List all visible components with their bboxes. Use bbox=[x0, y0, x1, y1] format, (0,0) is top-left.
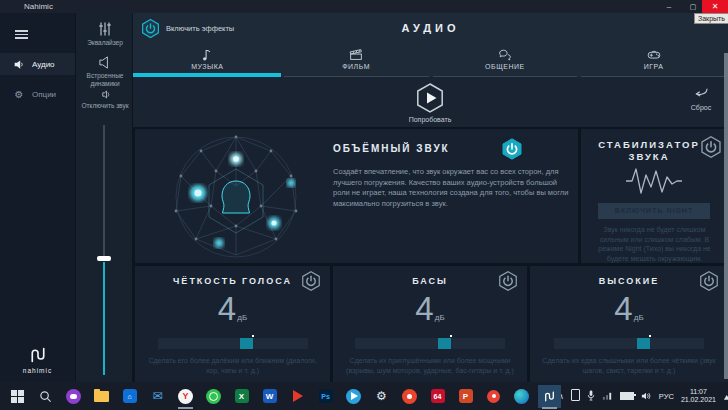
treble-description: Сделать их едва слышными или более чётки… bbox=[540, 356, 718, 380]
volume-slider-handle[interactable] bbox=[97, 256, 111, 261]
nav-sidebar: Аудио ⚙ Опции nahimic bbox=[0, 13, 75, 382]
volume-slider-fill bbox=[103, 262, 105, 375]
excel-icon[interactable]: X bbox=[233, 388, 250, 405]
bass-value: 4дБ bbox=[333, 290, 527, 328]
tab-label: ИГРА bbox=[644, 63, 664, 70]
edge-icon[interactable] bbox=[513, 388, 530, 405]
demo-row: Попробовать Сброс bbox=[133, 77, 728, 127]
menu-icon[interactable] bbox=[15, 30, 28, 39]
surround-power-button[interactable] bbox=[500, 137, 524, 161]
sidebar-item-audio[interactable]: Аудио bbox=[0, 53, 75, 75]
treble-slider-handle[interactable] bbox=[637, 338, 650, 349]
speaker-icon bbox=[13, 59, 25, 70]
mute-button[interactable]: Отключить звук bbox=[76, 89, 134, 110]
whatsapp-icon[interactable] bbox=[205, 388, 222, 405]
clock[interactable]: 11:07 21.02.2021 bbox=[681, 388, 716, 405]
voice-slider-handle[interactable] bbox=[240, 338, 253, 349]
voice-value-number: 4 bbox=[218, 290, 236, 327]
microphone-icon[interactable] bbox=[587, 387, 595, 405]
search-icon[interactable] bbox=[37, 388, 54, 405]
voice-description: Сделать его более далёким или ближним (д… bbox=[145, 356, 320, 380]
voice-panel: ЧЁТКОСТЬ ГОЛОСА 4дБ Сделать его более да… bbox=[135, 266, 330, 382]
taskbar: ⌂ ✉ Y X W Ps ⚙ 64 P ∧ bbox=[0, 382, 728, 410]
bass-value-number: 4 bbox=[415, 290, 433, 327]
stabilizer-description: Звук никогда не будет слишком сильным ил… bbox=[589, 225, 720, 263]
logo-text: nahimic bbox=[0, 367, 75, 374]
effects-content: ОБЪЁМНЫЙ ЗВУК Создаёт впечатление, что з… bbox=[133, 127, 728, 382]
network-icon[interactable] bbox=[602, 387, 613, 405]
language-indicator[interactable]: РУС bbox=[659, 392, 674, 401]
yandex-browser-icon[interactable]: Y bbox=[177, 388, 194, 405]
stabilizer-power-button[interactable] bbox=[699, 135, 723, 159]
voice-slider[interactable] bbox=[158, 338, 308, 349]
nahimic-taskbar-icon[interactable] bbox=[541, 388, 558, 405]
equalizer-icon bbox=[97, 31, 113, 38]
browser-app-icon[interactable] bbox=[401, 388, 418, 405]
tab-music[interactable]: МУЗЫКА bbox=[133, 45, 282, 77]
app-64-icon[interactable]: 64 bbox=[429, 388, 446, 405]
bass-description: Сделать их приглушёнными или более мощны… bbox=[343, 356, 517, 380]
undo-arrow-icon bbox=[693, 87, 709, 99]
treble-value-number: 4 bbox=[614, 290, 632, 327]
main-header: Включить эффекты АУДИО bbox=[133, 13, 728, 45]
volume-icon[interactable] bbox=[641, 387, 652, 405]
reset-button[interactable]: Сброс bbox=[681, 85, 721, 111]
battery-icon[interactable] bbox=[620, 392, 634, 400]
speakers-icon bbox=[98, 64, 113, 71]
system-tray: ∧ РУС 11:07 21.02.2021 bbox=[558, 387, 728, 405]
music-note-icon bbox=[200, 47, 215, 62]
scrollbar[interactable] bbox=[724, 53, 728, 379]
store-icon[interactable]: ⌂ bbox=[121, 388, 138, 405]
tab-game[interactable]: ИГРА bbox=[579, 45, 728, 77]
play-icon bbox=[427, 93, 437, 104]
cellular-icon[interactable] bbox=[723, 387, 728, 405]
bass-panel: БАСЫ 4дБ Сделать их приглушёнными или бо… bbox=[333, 266, 527, 382]
tab-label: МУЗЫКА bbox=[191, 63, 223, 70]
try-play-button[interactable] bbox=[414, 82, 446, 118]
sidebar-item-options[interactable]: ⚙ Опции bbox=[0, 83, 75, 105]
mute-label: Отключить звук bbox=[76, 102, 134, 110]
photoshop-icon[interactable]: Ps bbox=[317, 388, 334, 405]
stabilizer-title: СТАБИЛИЗАТОР ЗВУКА bbox=[591, 139, 707, 163]
cloud-app-icon[interactable] bbox=[65, 388, 82, 405]
tab-movie[interactable]: ФИЛЬМ bbox=[282, 45, 431, 77]
your-phone-icon[interactable] bbox=[571, 387, 580, 405]
tray-time: 11:07 bbox=[681, 388, 716, 397]
maps-pin-icon[interactable] bbox=[485, 388, 502, 405]
equalizer-button[interactable]: Эквалайзер bbox=[76, 21, 134, 47]
treble-value: 4дБ bbox=[530, 290, 728, 328]
tab-label: ФИЛЬМ bbox=[342, 63, 370, 70]
tray-date: 21.02.2021 bbox=[681, 396, 716, 405]
start-button[interactable] bbox=[9, 388, 26, 405]
minimize-button[interactable]: – bbox=[656, 0, 682, 13]
word-icon[interactable]: W bbox=[261, 388, 278, 405]
nahimic-logo-icon bbox=[27, 346, 49, 364]
mail-icon[interactable]: ✉ bbox=[149, 388, 166, 405]
volume-slider-track[interactable] bbox=[103, 125, 105, 256]
file-explorer-icon[interactable] bbox=[93, 388, 110, 405]
treble-value-unit: дБ bbox=[634, 313, 644, 322]
enable-night-button[interactable]: ВКЛЮЧИТЬ NIGHT bbox=[598, 203, 710, 219]
powerpoint-icon[interactable]: P bbox=[457, 388, 474, 405]
window-title: Nahimic bbox=[24, 2, 53, 11]
treble-slider[interactable] bbox=[554, 338, 704, 349]
main-area: Включить эффекты АУДИО МУЗЫКА ФИЛЬМ bbox=[133, 13, 728, 382]
tab-bar: МУЗЫКА ФИЛЬМ ОБЩЕНИЕ bbox=[133, 45, 728, 77]
close-tooltip: Закрыть bbox=[694, 13, 728, 24]
waveform-icon bbox=[624, 165, 684, 197]
try-label: Попробовать bbox=[370, 116, 490, 123]
clapperboard-icon bbox=[348, 47, 364, 62]
close-button[interactable]: ✕ bbox=[702, 0, 728, 13]
bass-slider-handle[interactable] bbox=[438, 338, 451, 349]
telegram-icon[interactable] bbox=[345, 388, 362, 405]
titlebar: Nahimic – ▢ ✕ bbox=[0, 0, 728, 13]
sphere-visualization bbox=[141, 131, 331, 261]
settings-gear-icon[interactable]: ⚙ bbox=[373, 388, 390, 405]
tray-expand-icon[interactable]: ∧ bbox=[558, 392, 564, 401]
media-player-icon[interactable] bbox=[289, 388, 306, 405]
speakers-label: Встроенные динамики bbox=[76, 72, 134, 88]
bass-slider[interactable] bbox=[355, 338, 505, 349]
mute-icon bbox=[100, 94, 111, 101]
tab-communication[interactable]: ОБЩЕНИЕ bbox=[431, 45, 580, 77]
speakers-button[interactable]: Встроенные динамики bbox=[76, 55, 134, 88]
